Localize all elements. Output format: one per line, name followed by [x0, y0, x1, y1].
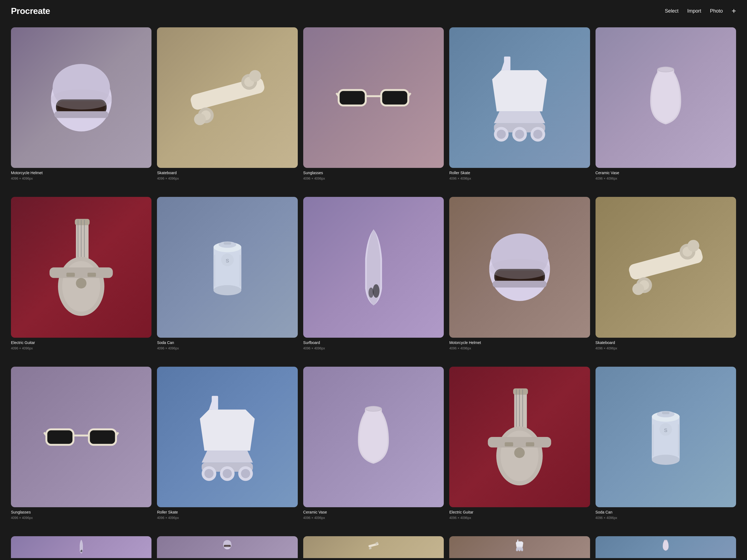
gallery-thumbnail: [303, 367, 444, 507]
svg-text:S: S: [664, 427, 667, 433]
gallery-thumbnail: [11, 367, 152, 507]
svg-point-114: [377, 542, 378, 543]
item-name: Motorcycle Helmet: [11, 171, 152, 175]
svg-point-100: [81, 550, 82, 552]
item-size: 4096 × 4096px: [11, 347, 152, 350]
item-size: 4096 × 4096px: [449, 516, 590, 520]
item-name: Sunglasses: [11, 510, 152, 514]
gallery-item[interactable]: Electric Guitar 4096 × 4096px: [11, 197, 152, 350]
gallery-item[interactable]: [11, 536, 152, 558]
gallery-item[interactable]: [449, 536, 590, 558]
gallery-thumbnail: S: [595, 367, 736, 507]
app-title: Procreate: [11, 6, 50, 16]
gallery-grid: Motorcycle Helmet 4096 × 4096px Skateboa…: [0, 22, 747, 558]
item-size: 4096 × 4096px: [595, 347, 736, 350]
svg-point-73: [223, 469, 232, 478]
svg-point-113: [369, 548, 370, 550]
svg-point-101: [80, 551, 81, 552]
gallery-row: Electric Guitar 4096 × 4096px S: [0, 192, 747, 361]
gallery-item[interactable]: S Soda Can 4096 × 4096px: [595, 367, 736, 520]
svg-point-117: [516, 550, 518, 551]
svg-point-124: [664, 540, 667, 541]
gallery-item[interactable]: Roller Skate 4096 × 4096px: [449, 27, 590, 180]
gallery-item[interactable]: Skateboard 4096 × 4096px: [595, 197, 736, 350]
svg-point-22: [515, 130, 524, 138]
svg-point-36: [76, 278, 87, 288]
gallery-row: [0, 531, 747, 558]
svg-point-62: [632, 283, 644, 295]
item-size: 4096 × 4096px: [595, 177, 736, 180]
gallery-row: Sunglasses 4096 × 4096px: [0, 361, 747, 531]
item-size: 4096 × 4096px: [11, 177, 152, 180]
svg-rect-86: [488, 437, 551, 448]
item-name: Surfboard: [303, 340, 444, 345]
import-button[interactable]: Import: [687, 8, 701, 14]
svg-point-24: [534, 130, 542, 138]
gallery-thumbnail: [157, 367, 298, 507]
svg-point-119: [519, 550, 520, 551]
gallery-item[interactable]: Motorcycle Helmet 4096 × 4096px: [11, 27, 152, 180]
svg-point-27: [659, 68, 673, 72]
item-size: 4096 × 4096px: [303, 516, 444, 520]
svg-point-92: [652, 455, 680, 465]
gallery-thumbnail: [157, 27, 298, 168]
svg-point-87: [514, 448, 525, 458]
gallery-item[interactable]: Motorcycle Helmet 4096 × 4096px: [449, 197, 590, 350]
svg-point-55: [489, 259, 550, 279]
svg-rect-88: [505, 442, 513, 446]
svg-rect-76: [212, 396, 218, 410]
svg-point-50: [368, 288, 374, 298]
select-button[interactable]: Select: [665, 8, 679, 14]
gallery-item[interactable]: Electric Guitar 4096 × 4096px: [449, 367, 590, 520]
thumbnail-image: [157, 27, 298, 168]
gallery-item[interactable]: Roller Skate 4096 × 4096px: [157, 367, 298, 520]
gallery-thumbnail: [449, 367, 590, 507]
gallery-item[interactable]: Surfboard 4096 × 4096px: [303, 197, 444, 350]
item-size: 4096 × 4096px: [303, 177, 444, 180]
add-button[interactable]: +: [732, 7, 736, 15]
gallery-thumbnail: [303, 536, 444, 558]
gallery-item[interactable]: Sunglasses 4096 × 4096px: [303, 27, 444, 180]
svg-rect-65: [89, 429, 116, 445]
svg-point-11: [194, 113, 206, 125]
item-name: Electric Guitar: [449, 510, 590, 514]
gallery-thumbnail: [449, 197, 590, 337]
svg-point-63: [687, 240, 699, 252]
item-size: 4096 × 4096px: [157, 177, 298, 180]
svg-point-78: [366, 407, 380, 411]
gallery-thumbnail: [303, 27, 444, 168]
photo-button[interactable]: Photo: [710, 8, 723, 14]
item-name: Ceramic Vase: [595, 171, 736, 175]
gallery-item[interactable]: [303, 536, 444, 558]
svg-rect-5: [54, 111, 108, 118]
gallery-thumbnail: S: [157, 197, 298, 337]
gallery-thumbnail: [157, 536, 298, 558]
svg-rect-25: [504, 57, 511, 70]
gallery-item[interactable]: Ceramic Vase 4096 × 4096px: [595, 27, 736, 180]
item-size: 4096 × 4096px: [157, 347, 298, 350]
svg-point-106: [223, 543, 231, 546]
gallery-thumbnail: [595, 536, 736, 558]
svg-rect-64: [47, 429, 74, 445]
thumbnail-image: [595, 197, 736, 337]
svg-rect-95: [662, 411, 670, 414]
item-name: Skateboard: [595, 340, 736, 345]
gallery-item[interactable]: [595, 536, 736, 558]
gallery-item[interactable]: [157, 536, 298, 558]
gallery-item[interactable]: Sunglasses 4096 × 4096px: [11, 367, 152, 520]
thumbnail-image: [303, 27, 444, 168]
gallery-item[interactable]: Ceramic Vase 4096 × 4096px: [303, 367, 444, 520]
thumbnail-image: [11, 197, 152, 337]
svg-rect-89: [526, 442, 535, 446]
gallery-thumbnail: [595, 197, 736, 337]
gallery-item[interactable]: Skateboard 4096 × 4096px: [157, 27, 298, 180]
gallery-row: Motorcycle Helmet 4096 × 4096px Skateboa…: [0, 22, 747, 192]
svg-rect-29: [75, 219, 90, 225]
item-name: Ceramic Vase: [303, 510, 444, 514]
svg-point-49: [373, 284, 380, 298]
item-name: Sunglasses: [303, 171, 444, 175]
item-name: Electric Guitar: [11, 340, 152, 345]
svg-rect-14: [381, 90, 408, 105]
gallery-item[interactable]: S Soda Can 4096 × 4096px: [157, 197, 298, 350]
svg-rect-37: [67, 273, 75, 277]
